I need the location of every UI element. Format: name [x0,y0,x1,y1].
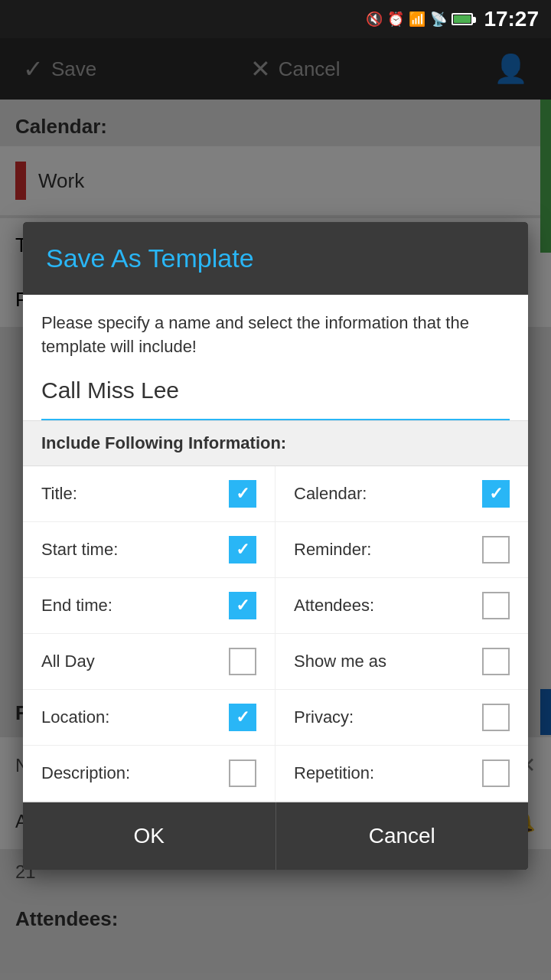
dialog-description: Please specify a name and select the inf… [23,295,528,371]
attendees-checkbox-row: Attendees: [276,578,528,634]
dialog-title: Save As Template [23,222,528,295]
reminder-checkbox-label: Reminder: [294,540,371,560]
checkbox-grid: Title: Calendar: Start time: Reminder: E… [23,466,528,802]
calendar-checkbox[interactable] [482,480,510,508]
repetition-checkbox-row: Repetition: [276,746,528,802]
section-header: Include Following Information: [23,420,528,466]
template-name-input[interactable] [41,371,510,410]
privacy-checkbox-row: Privacy: [276,690,528,746]
description-checkbox[interactable] [229,760,256,787]
wifi-icon: 📶 [409,11,425,28]
show-me-as-checkbox-row: Show me as [276,634,528,690]
ok-button[interactable]: OK [23,802,276,870]
start-time-checkbox-label: Start time: [41,540,118,560]
all-day-checkbox-label: All Day [41,652,95,671]
end-time-checkbox-label: End time: [41,596,112,616]
privacy-checkbox[interactable] [482,704,510,731]
status-icons: 🔇 ⏰ 📶 📡 17:27 [366,7,539,31]
dialog-buttons: OK Cancel [23,802,528,870]
reminder-checkbox[interactable] [482,536,510,564]
template-name-field[interactable] [41,371,510,420]
title-checkbox[interactable] [229,480,256,508]
battery-icon [452,13,473,25]
show-me-as-checkbox-label: Show me as [294,652,386,671]
calendar-checkbox-label: Calendar: [294,484,367,504]
attendees-checkbox-label: Attendees: [294,596,374,616]
dialog-body: Please specify a name and select the inf… [23,295,528,802]
calendar-checkbox-row: Calendar: [276,466,528,522]
dialog-cancel-button[interactable]: Cancel [276,802,529,870]
attendees-checkbox[interactable] [482,592,510,619]
save-as-template-dialog: Save As Template Please specify a name a… [23,222,528,870]
location-checkbox-label: Location: [41,707,109,727]
location-checkbox-row: Location: [23,690,276,746]
location-checkbox[interactable] [229,704,256,731]
mute-icon: 🔇 [366,11,383,28]
all-day-checkbox[interactable] [229,648,256,675]
title-checkbox-label: Title: [41,484,77,504]
title-checkbox-row: Title: [23,466,276,522]
alarm-icon: ⏰ [387,11,404,28]
reminder-checkbox-row: Reminder: [276,522,528,578]
status-time: 17:27 [484,7,539,31]
description-checkbox-row: Description: [23,746,276,802]
repetition-checkbox[interactable] [482,760,510,787]
description-checkbox-label: Description: [41,763,130,783]
end-time-checkbox[interactable] [229,592,256,619]
signal-icon: 📡 [430,11,447,28]
show-me-as-checkbox[interactable] [482,648,510,675]
privacy-checkbox-label: Privacy: [294,707,354,727]
start-time-checkbox[interactable] [229,536,256,564]
end-time-checkbox-row: End time: [23,578,276,634]
status-bar: 🔇 ⏰ 📶 📡 17:27 [0,0,551,38]
repetition-checkbox-label: Repetition: [294,763,374,783]
all-day-checkbox-row: All Day [23,634,276,690]
start-time-checkbox-row: Start time: [23,522,276,578]
